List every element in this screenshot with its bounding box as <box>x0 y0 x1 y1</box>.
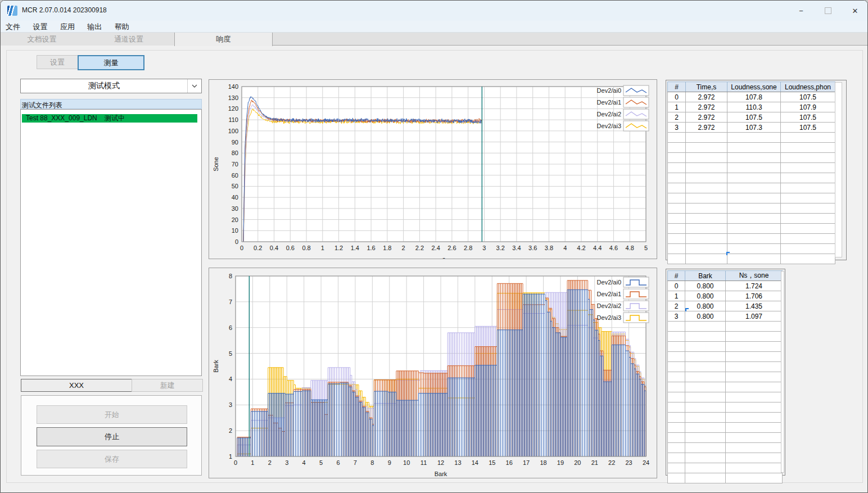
bark-table-cell-2-1[interactable]: 0.800 <box>685 301 726 311</box>
bark-table-row-3[interactable]: 30.8001.097 <box>668 311 783 322</box>
loudness-table-row-2[interactable]: 22.972107.5107.5 <box>668 112 835 123</box>
loudness-table-cell-0-2[interactable]: 107.8 <box>727 92 781 102</box>
loudness-table-cell-0-1[interactable]: 2.972 <box>686 92 727 102</box>
svg-text:3: 3 <box>229 401 232 408</box>
close-button[interactable]: ✕ <box>842 1 868 21</box>
loudness-table-cell-3-3[interactable]: 107.5 <box>781 123 835 133</box>
stop-button[interactable]: 停止 <box>37 427 187 446</box>
menu-item-file[interactable]: 文件 <box>1 21 25 33</box>
save-button[interactable]: 保存 <box>37 450 187 468</box>
bark-table-header-1[interactable]: Bark <box>685 271 726 281</box>
legend-swatch-Dev2-ai3[interactable] <box>623 121 649 131</box>
bark-table-cell-0-0[interactable]: 0 <box>668 281 685 291</box>
legend-swatch-Dev2-ai2[interactable] <box>623 109 649 119</box>
loudness-table-empty-cell <box>781 193 835 203</box>
bark-table-cell-0-2[interactable]: 1.724 <box>726 281 783 291</box>
loudness-table-empty-cell <box>686 163 727 173</box>
test-file-listbox[interactable]: Test 88_XXX_009_LDN 测试中 <box>20 109 202 376</box>
loudness-table-cell-1-0[interactable]: 1 <box>668 102 686 112</box>
loudness-table-cell-2-0[interactable]: 2 <box>668 112 686 123</box>
loudness-table-cell-1-3[interactable]: 107.9 <box>781 102 835 112</box>
loudness-table-empty-row <box>668 214 835 224</box>
loudness-table-empty-cell <box>668 173 686 183</box>
tab-loudness[interactable]: 响度 <box>174 33 273 46</box>
loudness-table-header-3[interactable]: Loudness,phon <box>781 82 835 92</box>
start-button[interactable]: 开始 <box>37 405 187 424</box>
bark-table-empty-cell <box>685 392 726 402</box>
loudness-table-cell-2-2[interactable]: 107.5 <box>727 112 781 123</box>
bark-table-empty-cell <box>726 453 783 463</box>
svg-text:2.6: 2.6 <box>447 245 456 251</box>
legend-swatch-Dev2-ai3[interactable] <box>623 313 649 323</box>
loudness-table-cell-0-0[interactable]: 0 <box>668 92 686 102</box>
loudness-table-empty-cell <box>727 143 781 153</box>
loudness-table-gutter <box>835 82 842 257</box>
loudness-table-empty-row <box>668 133 835 143</box>
menu-item-apply[interactable]: 应用 <box>55 21 80 33</box>
loudness-table-cell-3-2[interactable]: 107.3 <box>727 123 781 133</box>
legend-swatch-Dev2-ai2[interactable] <box>623 301 649 311</box>
bark-table-cell-3-1[interactable]: 0.800 <box>685 311 726 322</box>
tab-document-settings[interactable]: 文档设置 <box>1 33 84 46</box>
chevron-down-icon[interactable] <box>187 79 201 93</box>
legend-swatch-Dev2-ai0[interactable] <box>623 277 649 287</box>
loudness-table-cell-1-2[interactable]: 110.3 <box>727 102 781 112</box>
bark-table-cell-2-2[interactable]: 1.435 <box>726 301 783 311</box>
loudness-table-row-1[interactable]: 12.972110.3107.9 <box>668 102 835 112</box>
bark-table-cell-3-2[interactable]: 1.097 <box>726 311 783 322</box>
test-mode-dropdown[interactable]: 测试模式 <box>20 79 202 93</box>
bark-table-row-1[interactable]: 10.8001.706 <box>668 291 783 301</box>
menu-item-help[interactable]: 帮助 <box>110 21 134 33</box>
minimize-button[interactable]: − <box>788 1 815 21</box>
list-item-test-file[interactable]: Test 88_XXX_009_LDN 测试中 <box>22 114 197 123</box>
loudness-table-cell-1-1[interactable]: 2.972 <box>686 102 727 112</box>
test-mode-value: 测试模式 <box>21 81 187 91</box>
bark-table-cell-1-2[interactable]: 1.706 <box>726 291 783 301</box>
bark-table-empty-cell <box>685 342 726 352</box>
bark-table-header-2[interactable]: Ns，sone <box>726 271 783 281</box>
tab-channel-settings[interactable]: 通道设置 <box>83 33 175 46</box>
loudness-table-cell-3-1[interactable]: 2.972 <box>686 123 727 133</box>
loudness-table-header-0[interactable]: # <box>668 82 686 92</box>
loudness-table-empty-cell <box>686 254 727 264</box>
loudness-table-row-3[interactable]: 32.972107.3107.5 <box>668 123 835 133</box>
xxx-button[interactable]: XXX <box>21 379 132 392</box>
bark-table-empty-cell <box>668 362 685 372</box>
loudness-table-cell-2-3[interactable]: 107.5 <box>781 112 835 123</box>
bark-table-empty-cell <box>726 342 783 352</box>
svg-text:30: 30 <box>232 205 238 212</box>
legend-label-Dev2-ai0: Dev2/ai0 <box>597 87 621 94</box>
bark-table-cell-0-1[interactable]: 0.800 <box>685 281 726 291</box>
loudness-table-empty-cell <box>727 133 781 143</box>
bark-spectrum-chart-panel: 0123456789101112131415161718192021222324… <box>209 268 657 478</box>
loudness-table-header-2[interactable]: Loudness,sone <box>727 82 781 92</box>
loudness-table-empty-cell <box>686 234 727 244</box>
loudness-table-header-1[interactable]: Time,s <box>686 82 727 92</box>
legend-label-Dev2-ai2: Dev2/ai2 <box>597 111 621 117</box>
loudness-table-empty-cell <box>668 143 686 153</box>
bark-table-cell-1-1[interactable]: 0.800 <box>685 291 726 301</box>
legend-swatch-Dev2-ai1[interactable] <box>623 97 649 107</box>
menu-item-output[interactable]: 输出 <box>82 21 107 33</box>
bark-table-cell-2-0[interactable]: 2 <box>668 301 685 311</box>
new-button[interactable]: 新建 <box>132 379 203 392</box>
bark-table-cell-1-0[interactable]: 1 <box>668 291 685 301</box>
loudness-table-cell-2-1[interactable]: 2.972 <box>686 112 727 123</box>
loudness-table-cell-0-3[interactable]: 107.5 <box>781 92 835 102</box>
subtab-settings[interactable]: 设置 <box>37 55 78 69</box>
bark-table-empty-row <box>668 372 783 382</box>
legend-swatch-Dev2-ai1[interactable] <box>623 289 649 299</box>
legend-swatch-Dev2-ai0[interactable] <box>623 85 649 96</box>
maximize-button[interactable] <box>815 1 842 21</box>
svg-text:4.8: 4.8 <box>626 245 634 251</box>
bark-table-row-0[interactable]: 00.8001.724 <box>668 281 783 291</box>
bark-table-cell-3-0[interactable]: 3 <box>668 311 685 322</box>
bark-table-empty-cell <box>685 413 726 423</box>
subtab-measure[interactable]: 测量 <box>78 55 144 70</box>
svg-text:5: 5 <box>319 459 323 466</box>
bark-table-empty-cell <box>668 433 685 443</box>
loudness-table-cell-3-0[interactable]: 3 <box>668 123 686 133</box>
bark-table-header-0[interactable]: # <box>668 271 685 281</box>
menu-item-settings[interactable]: 设置 <box>28 21 52 33</box>
loudness-table-row-0[interactable]: 02.972107.8107.5 <box>668 92 835 102</box>
